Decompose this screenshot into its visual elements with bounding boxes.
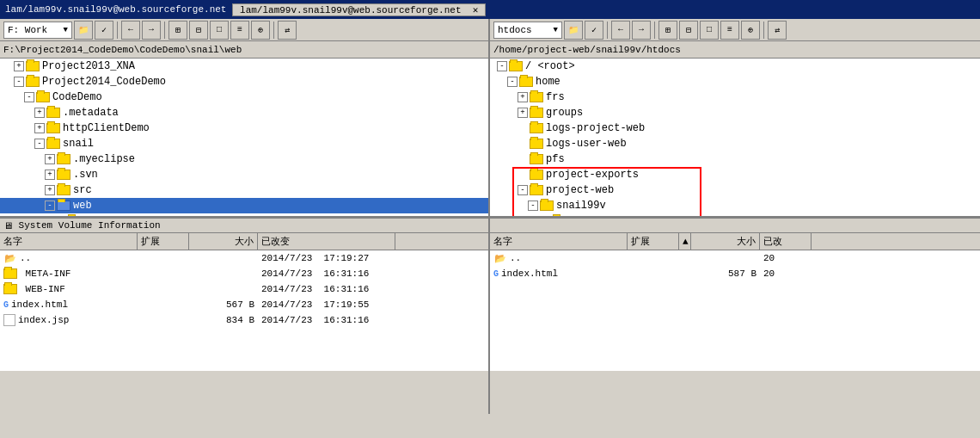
title-bar: lam/lam99v.snail99v@web.sourceforge.net … xyxy=(0,0,980,19)
tab[interactable]: lam/lam99v.snail99v@web.sourceforge.net … xyxy=(232,3,486,16)
right-btn-folder[interactable]: 📁 xyxy=(564,21,583,40)
folder-icon-root xyxy=(509,60,523,72)
file-icon-jsp xyxy=(3,314,15,326)
tree-item-pfs[interactable]: pfs xyxy=(490,151,980,167)
folder-icon-logs-user xyxy=(530,138,543,150)
col-ext-left[interactable]: 扩展 xyxy=(138,233,189,250)
tree-item-metadata[interactable]: + .metadata xyxy=(0,105,488,120)
left-status: 🖥 System Volume Information xyxy=(0,218,488,233)
right-btn-4[interactable]: ≡ xyxy=(720,21,739,40)
right-btn-2[interactable]: ⊟ xyxy=(679,21,698,40)
tree-item-httpclientdemo[interactable]: + httpClientDemo xyxy=(0,120,488,136)
file-row-index-jsp[interactable]: index.jsp 834 B 2014/7/23 16:31:16 xyxy=(0,312,488,328)
left-file-header: 名字 扩展 大小 已改变 xyxy=(0,233,488,250)
tree-item-web[interactable]: - web xyxy=(0,198,488,213)
col-arrow-right[interactable]: ▲ xyxy=(679,233,691,250)
right-btn-5[interactable]: ⊕ xyxy=(741,21,760,40)
right-address-bar: /home/project-web/snail99v/htdocs xyxy=(490,41,980,59)
folder-icon xyxy=(57,184,70,196)
tree-item-home[interactable]: - home xyxy=(490,74,980,89)
left-toolbar: F: Work ▼ 📁 ✓ ← → ⊞ ⊟ □ ≡ ⊕ ⇄ xyxy=(0,19,488,41)
folder-icon-open xyxy=(26,76,40,88)
tree-item-src[interactable]: + src xyxy=(0,182,488,198)
right-btn-back[interactable]: ← xyxy=(611,21,630,40)
folder-icon xyxy=(57,153,70,165)
col-size-left[interactable]: 大小 xyxy=(189,233,258,250)
col-ext-right[interactable]: 扩展 xyxy=(628,233,679,250)
left-drive-dropdown[interactable]: F: Work ▼ xyxy=(3,22,72,39)
tree-item-snail[interactable]: - snail xyxy=(0,136,488,151)
left-pane-split: + Project2013_XNA - Project2014_CodeDemo… xyxy=(0,59,488,414)
right-file-row-index-html[interactable]: G index.html 587 B 20 xyxy=(490,266,980,281)
left-pane: F: Work ▼ 📁 ✓ ← → ⊞ ⊟ □ ≡ ⊕ ⇄ F:\Project… xyxy=(0,19,490,414)
tree-item-snail99v[interactable]: - snail99v xyxy=(490,198,980,213)
right-file-list[interactable]: 名字 扩展 ▲ 大小 已改 xyxy=(490,233,980,371)
right-file-row-parent[interactable]: 📂 .. 20 xyxy=(490,250,980,266)
right-btn-3[interactable]: □ xyxy=(700,21,719,40)
right-btn-check[interactable]: ✓ xyxy=(585,21,603,40)
left-btn-check[interactable]: ✓ xyxy=(95,21,113,40)
folder-icon-file xyxy=(3,268,17,280)
col-name-right[interactable]: 名字 xyxy=(490,233,628,250)
left-btn-forward[interactable]: → xyxy=(142,21,161,40)
tree-item-metainf[interactable]: META-INF xyxy=(0,213,488,218)
right-pane-split: - / <root> - home + frs xyxy=(490,59,980,414)
sep3 xyxy=(273,22,274,39)
left-btn-back[interactable]: ← xyxy=(121,21,140,40)
left-tree-area[interactable]: + Project2013_XNA - Project2014_CodeDemo… xyxy=(0,59,488,218)
folder-icon-logs-project xyxy=(530,122,543,134)
folder-icon xyxy=(46,107,60,119)
left-btn-4[interactable]: ≡ xyxy=(230,21,249,40)
tree-item-frs[interactable]: + frs xyxy=(490,89,980,105)
col-name-left[interactable]: 名字 xyxy=(0,233,138,250)
tree-item-codedemo[interactable]: - CodeDemo xyxy=(0,89,488,105)
file-row-parent[interactable]: 📂 .. 2014/7/23 17:19:27 xyxy=(0,250,488,266)
tree-item-svn[interactable]: + .svn xyxy=(0,167,488,182)
google-icon: G xyxy=(3,300,9,310)
folder-icon-project-web xyxy=(530,184,543,196)
right-tree-area[interactable]: - / <root> - home + frs xyxy=(490,59,980,218)
col-date-left[interactable]: 已改变 xyxy=(258,233,395,250)
tree-item-logs-user[interactable]: logs-user-web xyxy=(490,136,980,151)
tree-item-groups[interactable]: + groups xyxy=(490,105,980,120)
file-row-webinf[interactable]: WEB-INF 2014/7/23 16:31:16 xyxy=(0,281,488,297)
sep4 xyxy=(607,22,608,39)
folder-icon xyxy=(46,138,60,150)
file-row-index-html[interactable]: G index.html 567 B 2014/7/23 17:19:55 xyxy=(0,297,488,312)
sep1 xyxy=(117,22,118,39)
right-btn-1[interactable]: ⊞ xyxy=(658,21,677,40)
sep2 xyxy=(164,22,165,39)
left-address-bar: F:\Project2014_CodeDemo\CodeDemo\snail\w… xyxy=(0,41,488,59)
tree-item-logs-project[interactable]: logs-project-web xyxy=(490,120,980,136)
col-size-right[interactable]: 大小 xyxy=(691,233,760,250)
folder-icon-pfs xyxy=(530,153,543,165)
left-btn-2[interactable]: ⊟ xyxy=(189,21,208,40)
file-row-metainf[interactable]: META-INF 2014/7/23 16:31:16 xyxy=(0,266,488,281)
right-google-icon: G xyxy=(493,269,499,279)
tree-item-project2013[interactable]: + Project2013_XNA xyxy=(0,59,488,74)
left-btn-folder[interactable]: 📁 xyxy=(74,21,93,40)
col-date-right[interactable]: 已改 xyxy=(760,233,812,250)
left-btn-5[interactable]: ⊕ xyxy=(251,21,270,40)
tree-item-root[interactable]: - / <root> xyxy=(490,59,980,74)
tree-item-project-exports[interactable]: project-exports xyxy=(490,167,980,182)
right-btn-forward[interactable]: → xyxy=(632,21,651,40)
tree-item-project2014[interactable]: - Project2014_CodeDemo xyxy=(0,74,488,89)
tree-item-project-web[interactable]: - project-web xyxy=(490,182,980,198)
left-file-list[interactable]: 名字 扩展 大小 已改变 📂 .. xyxy=(0,233,488,371)
folder-icon-cgi xyxy=(552,215,566,218)
left-status-icon: 🖥 xyxy=(3,220,13,231)
left-btn-3[interactable]: □ xyxy=(210,21,229,40)
right-btn-sync[interactable]: ⇄ xyxy=(768,21,787,40)
right-drive-dropdown[interactable]: htdocs ▼ xyxy=(493,22,562,39)
right-toolbar: htdocs ▼ 📁 ✓ ← → ⊞ ⊟ □ ≡ ⊕ ⇄ xyxy=(490,19,980,41)
left-btn-sync[interactable]: ⇄ xyxy=(278,21,297,40)
folder-icon-file2 xyxy=(3,283,17,295)
folder-icon-snail99v xyxy=(540,200,554,212)
folder-icon xyxy=(36,91,50,103)
parent-dir-icon: 📂 xyxy=(3,252,17,264)
right-file-header: 名字 扩展 ▲ 大小 已改 xyxy=(490,233,980,250)
left-btn-1[interactable]: ⊞ xyxy=(168,21,187,40)
tree-item-cgi-bin[interactable]: cgi-bin xyxy=(490,213,980,218)
tree-item-myeclipse[interactable]: + .myeclipse xyxy=(0,151,488,167)
